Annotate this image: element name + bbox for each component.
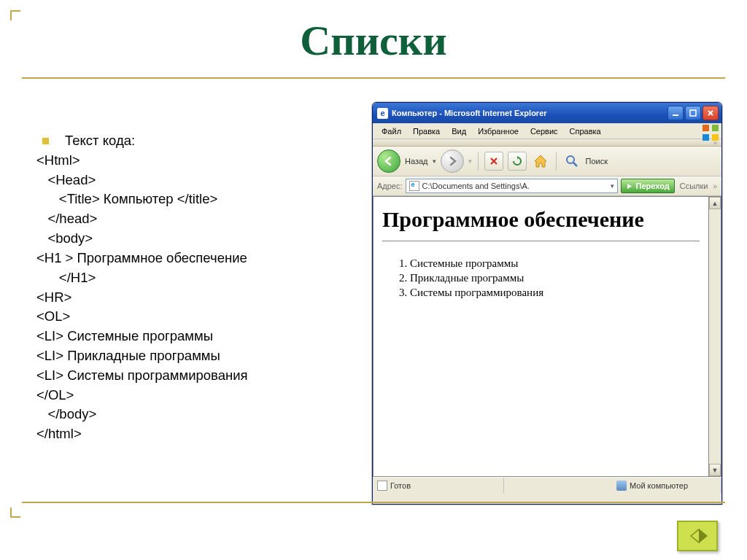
list-item: Системные программы [410, 257, 700, 270]
status-zone: Мой компьютер [630, 481, 688, 490]
svg-point-6 [567, 156, 574, 163]
code-line: </H1> [36, 268, 343, 288]
stop-button[interactable] [484, 152, 503, 171]
menu-help[interactable]: Справка [564, 125, 607, 137]
scroll-track[interactable] [709, 209, 721, 464]
address-bar: Адрес: C:\Documents and Settings\А. ▾ Пе… [373, 176, 721, 196]
address-input[interactable]: C:\Documents and Settings\А. ▾ [406, 179, 618, 193]
status-ready: Готов [390, 481, 411, 490]
close-button[interactable] [703, 106, 719, 120]
code-line: <Html> [36, 151, 343, 171]
search-label[interactable]: Поиск [586, 157, 608, 166]
separator [556, 152, 557, 171]
bullet-icon [42, 138, 49, 144]
list-item: Системы программирования [410, 287, 700, 299]
menu-favorites[interactable]: Избранное [472, 125, 525, 137]
fwd-dropdown-icon[interactable]: ▾ [468, 158, 472, 165]
code-line: <OL> [36, 307, 343, 327]
home-button[interactable] [531, 152, 550, 171]
back-dropdown-icon[interactable]: ▾ [433, 158, 436, 165]
page-heading: Программное обеспечение [382, 207, 700, 232]
links-expand-icon[interactable]: » [713, 182, 717, 190]
corner-decoration-bl [10, 508, 20, 518]
code-line: </body> [36, 405, 343, 424]
code-line: </OL> [36, 386, 343, 405]
code-line: <Title> Компьютер </title> [36, 190, 343, 209]
menu-bar: Файл Правка Вид Избранное Сервис Справка [373, 123, 721, 139]
menu-tools[interactable]: Сервис [525, 125, 564, 137]
svg-rect-0 [673, 114, 678, 116]
code-line: <body> [36, 229, 343, 249]
code-line: <LI> Системы программирования [36, 366, 343, 386]
maximize-button[interactable] [685, 106, 701, 120]
page-hr [382, 241, 700, 241]
page-icon [409, 181, 419, 191]
toolbar-expand[interactable]: » [373, 139, 721, 147]
next-slide-button[interactable] [677, 521, 718, 551]
address-value: C:\Documents and Settings\А. [422, 182, 530, 190]
address-dropdown-icon[interactable]: ▾ [611, 182, 614, 190]
ie-icon: e [377, 108, 388, 119]
separator [478, 152, 479, 171]
code-line: <Head> [36, 171, 343, 190]
search-button-icon[interactable] [562, 152, 581, 171]
vertical-scrollbar[interactable]: ▲ ▼ [709, 196, 721, 477]
code-line: <LI> Прикладные программы [36, 346, 343, 366]
scroll-up-icon[interactable]: ▲ [709, 197, 721, 209]
forward-button[interactable] [441, 149, 464, 173]
window-title: Компьютер - Microsoft Internet Explorer [392, 109, 547, 117]
window-titlebar[interactable]: e Компьютер - Microsoft Internet Explore… [373, 103, 721, 123]
svg-line-7 [573, 163, 577, 166]
page-content: Программное обеспечение Системные програ… [373, 196, 709, 477]
ie-window: e Компьютер - Microsoft Internet Explore… [372, 102, 722, 505]
divider-bottom [22, 502, 725, 503]
divider-top [22, 77, 725, 79]
list-item: Прикладные программы [410, 272, 700, 284]
refresh-button[interactable] [508, 152, 527, 171]
mycomputer-icon [616, 481, 627, 491]
address-label: Адрес: [377, 182, 403, 190]
code-line: </html> [36, 424, 343, 444]
menu-edit[interactable]: Правка [407, 125, 446, 137]
arrow-right-icon [687, 527, 708, 545]
code-line: <HR> [36, 288, 343, 308]
scroll-down-icon[interactable]: ▼ [709, 464, 721, 476]
page-list: Системные программы Прикладные программы… [382, 257, 700, 299]
back-button[interactable] [377, 149, 400, 173]
bullet-label: Текст кода: [65, 131, 135, 151]
menu-file[interactable]: Файл [376, 125, 407, 137]
status-page-icon [377, 481, 387, 491]
code-line: <LI> Системные программы [36, 327, 343, 346]
code-text-block: Текст кода: <Html> <Head> <Title> Компью… [36, 131, 343, 444]
go-label: Переход [636, 182, 670, 190]
menu-view[interactable]: Вид [446, 125, 472, 137]
windows-logo-icon [703, 125, 719, 141]
svg-rect-1 [690, 110, 696, 116]
minimize-button[interactable] [667, 106, 684, 120]
navigation-toolbar: Назад ▾ ▾ Поиск [373, 147, 721, 176]
code-line: </head> [36, 209, 343, 229]
back-label[interactable]: Назад [405, 157, 428, 166]
code-line: <H1 > Программное обеспечение [36, 249, 343, 268]
links-label[interactable]: Ссылки [678, 182, 711, 190]
status-bar: Готов Мой компьютер [373, 477, 721, 493]
slide-title: Списки [0, 16, 747, 65]
go-button[interactable]: Переход [621, 179, 675, 193]
